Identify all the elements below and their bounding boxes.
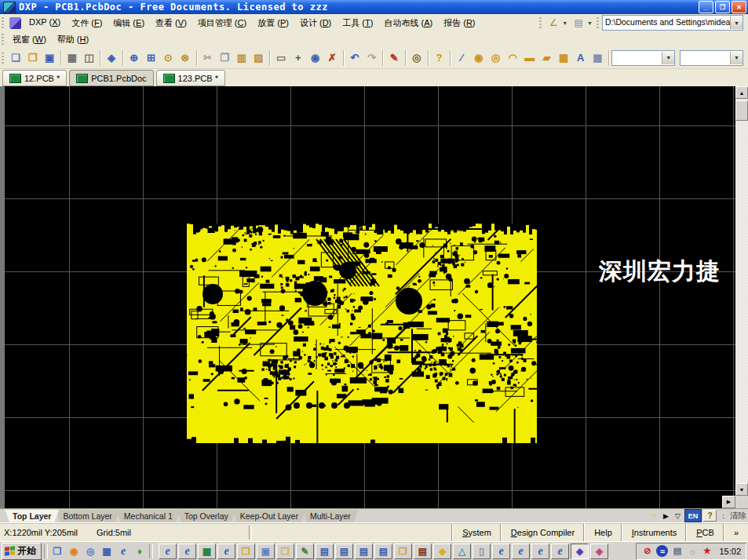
taskbar-button-word-doc[interactable]: ▤ [335,544,353,559]
quick-launch-internet-explorer-icon[interactable]: e [116,544,130,558]
scroll-down-icon[interactable]: ▼ [735,483,748,496]
taskbar-button-triangle-app[interactable]: △ [453,544,471,559]
save-document-button[interactable]: ▣ [41,49,58,67]
vertical-scroll-thumb[interactable] [735,100,748,121]
layer-tab-keep-out-layer[interactable]: Keep-Out Layer [232,510,306,522]
toolbar-grip[interactable] [2,17,4,28]
measure-tool-button[interactable]: ∠ [545,16,562,30]
place-array-button[interactable]: ▦ [555,49,572,67]
start-button[interactable]: 开始 [2,543,42,560]
layer-stack-button[interactable]: ▤ [570,16,587,30]
dxp-logo-icon[interactable] [9,17,21,29]
net-combo[interactable]: ▼ [680,50,743,66]
status-panel-pcb[interactable]: PCB [686,523,724,541]
interactive-routing-button[interactable]: ✎ [385,49,403,67]
place-via-button[interactable]: ◎ [487,49,505,67]
tray-power-icon[interactable]: ☼ [686,545,698,557]
quick-launch-windows-logo-icon[interactable]: ♦ [133,544,147,558]
chevron-down-icon[interactable]: ▼ [730,16,743,29]
pcb-artwork[interactable] [187,224,537,443]
menu-item-6[interactable]: 设计 (D) [294,16,337,31]
open-document-button[interactable]: ❒ [24,49,42,67]
status-panel-design-compiler[interactable]: Design Compiler [501,523,584,541]
clear-filter-button[interactable]: ✗ [323,49,341,67]
taskbar-button-dxp[interactable]: ◆ [571,544,589,559]
chevron-down-icon[interactable]: ▼ [562,20,567,26]
toolbar-grip[interactable] [597,17,599,28]
taskbar-button-ie[interactable]: e [159,544,177,559]
print-button[interactable]: ▦ [64,49,81,67]
quick-launch-show-desktop-icon[interactable]: ❐ [50,544,64,558]
taskbar-button-open-folder[interactable]: ❒ [276,544,294,559]
quick-launch-calculator-icon[interactable]: ▦ [100,544,114,558]
footprint-combo[interactable]: ▼ [611,50,675,66]
chevron-down-icon[interactable]: ▼ [730,52,743,64]
status-panel-instruments[interactable]: Instruments [622,523,686,541]
tray-alert-icon[interactable]: ★ [701,545,713,557]
paste-button[interactable]: ▥ [233,49,250,67]
print-preview-button[interactable]: ◫ [81,49,98,67]
favorites-path-combo[interactable]: D:\Documents and Settings\midea\桌面 ▼ [602,15,743,31]
mask-filter-icon[interactable]: ▽ [673,511,683,522]
taskbar-button-ie[interactable]: e [492,544,510,559]
scroll-up-icon[interactable]: ▲ [735,86,748,99]
chevron-down-icon[interactable]: ▼ [662,52,674,64]
menu-item-1[interactable]: 文件 (F) [66,16,108,31]
zoom-selection-button[interactable]: ⊙ [159,49,177,67]
taskbar-button-paint[interactable]: ✎ [296,544,314,559]
place-polygon-button[interactable]: ▰ [538,49,556,67]
toolbar-grip[interactable] [2,34,4,45]
taskbar-button-ie[interactable]: e [217,544,235,559]
clear-button[interactable]: 清除 [730,511,746,522]
move-selection-button[interactable]: + [290,49,307,67]
tray-audio-device-icon[interactable]: ≈ [656,545,668,557]
menu-item-8[interactable]: 自动布线 (A) [378,16,438,31]
place-component-button[interactable]: ▩ [589,49,607,67]
layer-tab-bottom-layer[interactable]: Bottom Layer [55,510,119,522]
redo-button[interactable]: ↷ [363,49,381,67]
menu-item-3[interactable]: 查看 (V) [150,16,192,31]
taskbar-button-folder[interactable]: ❒ [394,544,412,559]
taskbar-button-image-viewer[interactable]: ▣ [257,544,275,559]
menu-item-9[interactable]: 报告 (R) [438,16,480,31]
document-tab-0[interactable]: 12.PCB * [2,70,67,86]
browse-components-button[interactable]: ◈ [103,49,120,67]
place-fill-button[interactable]: ▬ [521,49,538,67]
snap-grid-icon[interactable]: ∵ [649,511,659,522]
highlight-net-button[interactable]: ◉ [307,49,324,67]
document-tab-1[interactable]: PCB1.PcbDoc [69,70,153,86]
layer-tab-mechanical-1[interactable]: Mechanical 1 [116,510,181,522]
zoom-area-button[interactable]: ⊞ [143,49,160,67]
layer-tab-multi-layer[interactable]: Multi-Layer [302,510,359,522]
layer-tab-top-layer[interactable]: Top Layer [5,510,59,522]
toolbar-grip[interactable] [2,53,4,64]
find-similar-button[interactable]: ◎ [408,49,425,67]
taskbar-button-books[interactable]: ▤ [414,544,432,559]
taskbar-button-word-doc[interactable]: ▤ [355,544,373,559]
taskbar-button-helmet[interactable]: ◆ [433,544,451,559]
status-panel-help[interactable]: Help [584,523,622,541]
cut-button[interactable]: ✂ [199,49,217,67]
zoom-filter-button[interactable]: ⊗ [177,49,194,67]
taskbar-button-ie[interactable]: e [512,544,530,559]
menu-item-0[interactable]: 视窗 (W) [7,32,52,47]
help-button[interactable]: ? [431,49,448,67]
taskbar-button-word-doc[interactable]: ▤ [316,544,334,559]
status-panel-system[interactable]: System [452,523,501,541]
taskbar-button-notepad[interactable]: ▯ [473,544,491,559]
menu-item-1[interactable]: 帮助 (H) [52,32,94,47]
copy-button[interactable]: ❐ [216,49,233,67]
close-button[interactable]: ✕ [732,1,746,13]
mask-play-icon[interactable]: ▶ [661,511,671,522]
chevron-down-icon[interactable]: ▼ [587,20,593,26]
quick-launch-media-player-icon[interactable]: ◉ [67,544,81,558]
scroll-right-icon[interactable]: ▶ [722,496,735,508]
menu-item-0[interactable]: DXP (X) [24,16,66,31]
paste-array-button[interactable]: ▨ [250,49,268,67]
place-line-button[interactable]: ∕ [453,49,470,67]
tray-volume-muted-icon[interactable]: ⊘ [641,545,653,557]
menu-item-4[interactable]: 项目管理 (C) [192,16,252,31]
menu-item-7[interactable]: 工具 (T) [337,16,378,31]
restore-button[interactable]: ❐ [715,1,730,13]
place-string-button[interactable]: A [572,49,589,67]
